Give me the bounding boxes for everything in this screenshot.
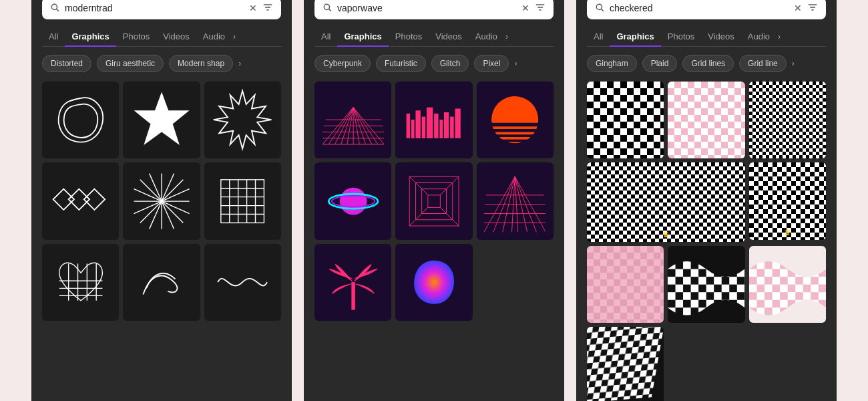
svg-rect-95 [351, 282, 355, 310]
item-grid-square[interactable] [204, 162, 281, 239]
tag-distorted[interactable]: Distorted [42, 55, 91, 72]
tag-giru[interactable]: Giru aesthetic [97, 55, 164, 72]
item-vw-planet[interactable] [314, 162, 391, 239]
tab-all-1[interactable]: All [42, 27, 65, 45]
svg-rect-71 [484, 144, 546, 150]
item-vw-morph[interactable] [395, 244, 472, 321]
grid-1 [42, 82, 281, 321]
item-heart-grid[interactable] [42, 244, 119, 321]
item-starburst8[interactable] [123, 82, 200, 158]
svg-line-81 [409, 207, 428, 226]
search-input-2[interactable] [337, 3, 516, 13]
tab-audio-3[interactable]: Audio [741, 27, 777, 45]
item-wavy[interactable] [204, 244, 281, 321]
item-vw-palm[interactable] [314, 244, 391, 321]
tags-2: Cyberpunk Futuristic Glitch Pixel › [314, 55, 554, 72]
search-filter-3[interactable] [807, 3, 818, 14]
item-checker-wave-bw[interactable] [668, 246, 744, 323]
tab-audio-2[interactable]: Audio [469, 27, 504, 45]
tag-futuristic[interactable]: Futuristic [376, 55, 426, 72]
search-clear-3[interactable]: ✕ [794, 3, 802, 13]
search-filter-1[interactable] [262, 3, 273, 14]
tab-audio-1[interactable]: Audio [196, 27, 232, 45]
tag-gingham[interactable]: Gingham [587, 55, 637, 72]
search-icon-2 [322, 3, 332, 14]
svg-rect-8 [68, 188, 89, 209]
tags-arrow-2[interactable]: › [514, 55, 517, 72]
search-input-1[interactable] [65, 3, 244, 13]
tab-graphics-3[interactable]: Graphics [610, 27, 660, 47]
tabs-arrow-3[interactable]: › [778, 32, 781, 41]
tabs-arrow-1[interactable]: › [233, 32, 236, 41]
svg-rect-59 [427, 108, 433, 138]
item-checker-distort[interactable] [587, 327, 664, 401]
search-clear-2[interactable]: ✕ [521, 3, 529, 13]
tabs-arrow-2[interactable]: › [505, 32, 508, 41]
svg-rect-69 [484, 135, 546, 138]
item-vw-tunnel[interactable] [395, 162, 472, 239]
tag-modern[interactable]: Modern shap [169, 55, 233, 72]
item-curved[interactable] [123, 244, 200, 321]
tags-1: Distorted Giru aesthetic Modern shap › [42, 55, 281, 72]
grid-2 [314, 82, 554, 321]
tab-photos-1[interactable]: Photos [116, 27, 156, 45]
tab-photos-3[interactable]: Photos [661, 27, 701, 45]
item-checker-strip-bw[interactable]: ♛ [587, 162, 745, 241]
tab-all-3[interactable]: All [587, 27, 610, 45]
search-clear-1[interactable]: ✕ [249, 3, 257, 13]
item-checker-bw2[interactable]: ♛ [749, 162, 826, 239]
item-blob[interactable] [42, 82, 119, 158]
tag-glitch[interactable]: Glitch [431, 55, 469, 72]
tag-gridline[interactable]: Grid line [739, 55, 787, 72]
tags-arrow-1[interactable]: › [238, 55, 241, 72]
svg-rect-61 [439, 120, 443, 138]
tab-graphics-2[interactable]: Graphics [337, 27, 388, 47]
tag-plaid[interactable]: Plaid [642, 55, 678, 72]
tab-videos-3[interactable]: Videos [701, 27, 741, 45]
item-vw-grid[interactable] [314, 82, 391, 158]
svg-point-96 [596, 4, 602, 9]
search-input-3[interactable] [610, 3, 789, 13]
panel-moderntrad: ✕ All Graphics Photos Videos Audio › Dis… [31, 0, 292, 401]
svg-rect-55 [406, 114, 410, 138]
svg-rect-58 [422, 117, 426, 138]
svg-line-82 [440, 207, 459, 226]
grid-3: ♛ ♛ [587, 82, 826, 401]
svg-rect-57 [415, 111, 420, 139]
tags-3: Gingham Plaid Grid lines Grid line › [587, 55, 826, 72]
tag-cyberpunk[interactable]: Cyberpunk [314, 55, 371, 72]
tab-videos-1[interactable]: Videos [156, 27, 196, 45]
item-diamonds[interactable] [42, 162, 119, 239]
svg-point-0 [51, 4, 57, 9]
tab-videos-2[interactable]: Videos [429, 27, 469, 45]
tabs-3: All Graphics Photos Videos Audio › [587, 27, 826, 47]
tab-photos-2[interactable]: Photos [389, 27, 429, 45]
svg-rect-67 [484, 123, 546, 127]
search-icon-3 [595, 3, 604, 14]
tag-gridlines[interactable]: Grid lines [682, 55, 734, 72]
item-checker-wave-pink[interactable] [749, 246, 826, 323]
tab-all-2[interactable]: All [314, 27, 337, 45]
item-vw-floor2[interactable] [477, 162, 554, 239]
tag-pixel[interactable]: Pixel [474, 55, 509, 72]
search-filter-2[interactable] [535, 3, 546, 14]
item-sunburst[interactable] [123, 162, 200, 239]
item-starburst12[interactable] [204, 82, 281, 158]
svg-point-34 [324, 4, 329, 9]
item-vw-sun[interactable] [477, 82, 554, 158]
svg-rect-18 [221, 180, 264, 223]
search-bar-3: ✕ [587, 0, 826, 19]
item-vw-city[interactable] [395, 82, 472, 158]
crown-badge-1: ♛ [662, 230, 670, 239]
item-checker-bw-small[interactable] [749, 82, 826, 158]
svg-marker-5 [134, 92, 189, 145]
item-checker-pink[interactable] [668, 82, 744, 158]
tab-graphics-1[interactable]: Graphics [65, 27, 116, 47]
panel-checkered: ✕ All Graphics Photos Videos Audio › Gin… [576, 0, 837, 401]
item-checker-bw[interactable] [587, 82, 664, 158]
item-checker-gingham[interactable] [587, 246, 664, 323]
svg-rect-60 [434, 114, 438, 138]
svg-rect-70 [484, 140, 546, 142]
svg-rect-56 [411, 120, 415, 138]
tags-arrow-3[interactable]: › [792, 55, 795, 72]
